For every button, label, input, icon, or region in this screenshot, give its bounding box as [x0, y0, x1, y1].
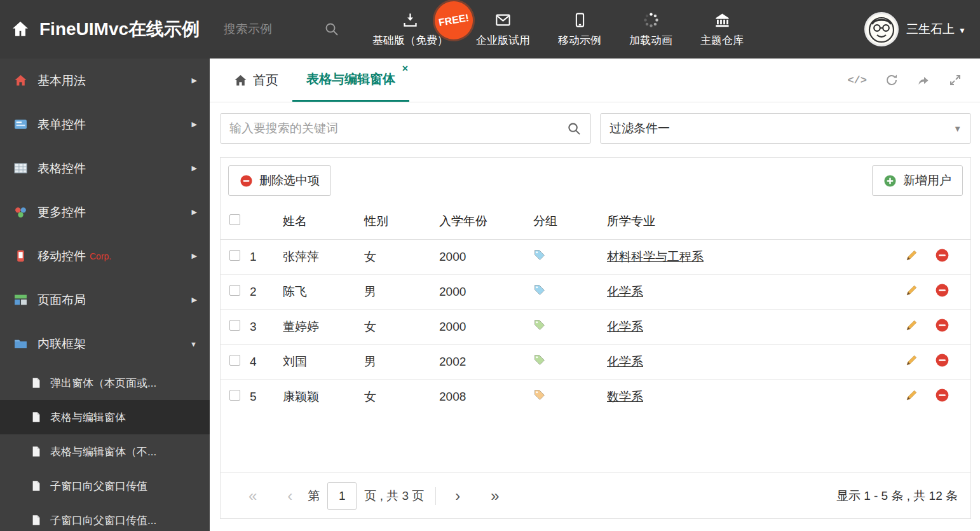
major-link[interactable]: 材料科学与工程系: [607, 250, 704, 263]
top-search-input[interactable]: [224, 22, 319, 36]
major-link[interactable]: 化学系: [607, 285, 643, 298]
chevron-right-icon: ▶: [192, 252, 197, 260]
sidebar: 基本用法 ▶ 表单控件 ▶ 表格控件 ▶ 更多控件 ▶ 移动控件 Corp. ▶…: [0, 59, 210, 531]
major-link[interactable]: 化学系: [607, 355, 643, 368]
table-row: 5 康颖颖 女 2008 数学系: [221, 379, 970, 414]
filter-dropdown[interactable]: 过滤条件一 ▼: [600, 113, 971, 144]
delete-icon[interactable]: [935, 248, 949, 263]
chevron-down-icon: ▼: [190, 340, 197, 348]
layout-icon: [14, 293, 27, 307]
edit-icon[interactable]: [904, 318, 919, 333]
filter-row: 过滤条件一 ▼: [220, 113, 971, 144]
tag-icon: [533, 354, 546, 366]
cell-year: 2008: [439, 379, 533, 414]
tab-home[interactable]: 首页: [220, 59, 292, 102]
first-page-button[interactable]: «: [233, 487, 272, 505]
top-nav: 基础版（免费） 企业版试用 移动示例 加载动画 主题仓库: [372, 11, 744, 48]
tab-tools: </>: [847, 59, 980, 102]
major-link[interactable]: 化学系: [607, 320, 643, 333]
nav-mobile-demo[interactable]: 移动示例: [558, 11, 601, 48]
expand-icon[interactable]: [948, 73, 962, 87]
corp-badge: Corp.: [90, 251, 111, 261]
nav-loading-anim[interactable]: 加载动画: [629, 11, 672, 48]
table-icon: [14, 162, 27, 175]
delete-selected-button[interactable]: 删除选中项: [228, 165, 331, 196]
mobile-controls-icon: [14, 249, 27, 263]
edit-icon[interactable]: [904, 388, 919, 403]
sidebar-subitem-grid-edit-window-2[interactable]: 表格与编辑窗体（不...: [0, 434, 210, 469]
search-icon[interactable]: [324, 22, 339, 37]
row-index: 1: [250, 239, 283, 274]
add-user-button[interactable]: 新增用户: [872, 165, 963, 196]
nav-enterprise-trial[interactable]: 企业版试用: [476, 11, 530, 48]
sidebar-item-grid-controls[interactable]: 表格控件 ▶: [0, 146, 210, 190]
next-page-button[interactable]: ›: [440, 487, 475, 505]
keyword-search-input[interactable]: [229, 121, 567, 135]
edit-icon[interactable]: [904, 283, 919, 298]
sidebar-subitem-popup-window[interactable]: 弹出窗体（本页面或...: [0, 366, 210, 400]
cell-name: 陈飞: [283, 274, 364, 309]
user-menu[interactable]: 三生石上▼: [864, 12, 966, 46]
table-row: 2 陈飞 男 2000 化学系: [221, 274, 970, 309]
code-icon[interactable]: </>: [847, 74, 867, 86]
sidebar-item-page-layout[interactable]: 页面布局 ▶: [0, 278, 210, 322]
sidebar-item-mobile-controls[interactable]: 移动控件 Corp. ▶: [0, 234, 210, 278]
download-icon: [402, 11, 419, 29]
sidebar-item-basic-usage[interactable]: 基本用法 ▶: [0, 59, 210, 102]
nav-label: 移动示例: [558, 33, 601, 48]
filter-dropdown-value: 过滤条件一: [609, 120, 670, 137]
delete-icon[interactable]: [935, 388, 949, 403]
nav-label: 企业版试用: [476, 33, 530, 48]
sidebar-subitem-child-to-parent-2[interactable]: 子窗口向父窗口传值...: [0, 503, 210, 531]
sidebar-subitem-child-to-parent[interactable]: 子窗口向父窗口传值: [0, 469, 210, 503]
chevron-right-icon: ▶: [192, 164, 197, 172]
keyword-search: [220, 113, 591, 144]
row-checkbox[interactable]: [229, 390, 240, 401]
edit-icon[interactable]: [904, 248, 919, 263]
refresh-icon[interactable]: [885, 73, 899, 87]
row-checkbox[interactable]: [229, 285, 240, 296]
cell-gender: 女: [364, 239, 439, 274]
top-bar: FineUIMvc在线示例 FREE! 基础版（免费） 企业版试用 移动示例 加…: [0, 0, 980, 59]
app-home-icon[interactable]: [10, 19, 31, 39]
row-checkbox[interactable]: [229, 250, 240, 261]
caret-down-icon: ▼: [958, 26, 966, 35]
more-controls-icon: [14, 205, 27, 219]
sidebar-item-form-controls[interactable]: 表单控件 ▶: [0, 102, 210, 146]
select-all-checkbox[interactable]: [229, 214, 240, 225]
row-checkbox[interactable]: [229, 355, 240, 366]
delete-icon[interactable]: [935, 283, 949, 298]
row-index: 3: [250, 309, 283, 344]
sidebar-item-iframe[interactable]: 内联框架 ▼: [0, 322, 210, 366]
plus-circle-icon: [883, 174, 897, 188]
share-icon[interactable]: [916, 73, 930, 87]
table-empty-space: [221, 414, 970, 472]
col-name: 姓名: [283, 203, 364, 239]
page-number-input[interactable]: [327, 482, 357, 510]
sidebar-item-more-controls[interactable]: 更多控件 ▶: [0, 190, 210, 234]
cell-name: 董婷婷: [283, 309, 364, 344]
last-page-button[interactable]: »: [475, 487, 514, 505]
prev-page-button[interactable]: ‹: [272, 487, 308, 505]
avatar: [864, 12, 899, 46]
cell-gender: 男: [364, 344, 439, 379]
search-icon[interactable]: [567, 121, 582, 136]
file-icon: [31, 377, 42, 389]
col-year: 入学年份: [439, 203, 533, 239]
table-row: 1 张萍萍 女 2000 材料科学与工程系: [221, 239, 970, 274]
tag-icon: [533, 284, 546, 296]
cell-name: 刘国: [283, 344, 364, 379]
envelope-icon: [494, 11, 512, 29]
major-link[interactable]: 数学系: [607, 390, 643, 403]
edit-icon[interactable]: [904, 353, 919, 368]
divider: [435, 487, 436, 505]
sidebar-subitem-grid-edit-window[interactable]: 表格与编辑窗体: [0, 400, 210, 434]
tab-grid-edit-window[interactable]: 表格与编辑窗体 ×: [292, 59, 409, 102]
close-icon[interactable]: ×: [402, 63, 408, 74]
file-icon: [31, 480, 42, 492]
row-checkbox[interactable]: [229, 320, 240, 331]
delete-icon[interactable]: [935, 318, 949, 333]
nav-theme-repo[interactable]: 主题仓库: [700, 11, 744, 48]
delete-icon[interactable]: [935, 353, 949, 368]
main-area: 首页 表格与编辑窗体 × </>: [210, 59, 980, 531]
